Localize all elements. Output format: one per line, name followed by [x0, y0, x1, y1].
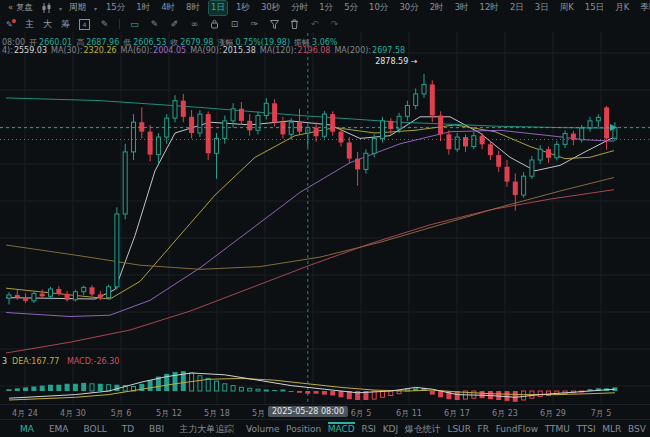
- undo-tool-icon[interactable]: ↶: [309, 19, 320, 30]
- ma-value: 2320.26: [84, 46, 117, 55]
- tab-MA[interactable]: MA: [20, 422, 34, 436]
- axis-date-label: 5月 18: [204, 408, 230, 419]
- ma-value: 2196.08: [297, 46, 330, 55]
- drawing-toolbar: ✎ 主大筹 4 ✎ ▭✎✐∞⊡✑↶↷: [0, 16, 650, 32]
- note-tool-icon[interactable]: ⊡: [229, 19, 240, 30]
- tab-divider: [233, 424, 234, 434]
- period-button-8时[interactable]: 8时: [184, 1, 202, 15]
- chart-type-selector[interactable]: ▾: [42, 3, 62, 13]
- filter-tool-icon[interactable]: [269, 19, 280, 30]
- high-price-annotation: 2878.59 →: [375, 57, 418, 66]
- period-button-1分[interactable]: 1分: [317, 1, 335, 15]
- tab-TD[interactable]: TD: [122, 422, 134, 436]
- toolbar-divider: [119, 19, 120, 29]
- tool-筹[interactable]: 筹: [61, 18, 70, 31]
- ma-label: 4):: [2, 46, 13, 55]
- lock-tool-icon[interactable]: [209, 19, 220, 30]
- axis-date-label: 4月 24: [12, 408, 38, 419]
- period-button-周K[interactable]: 周K: [558, 1, 576, 15]
- axis-date-label: 6月 11: [396, 408, 422, 419]
- tab-TTSI[interactable]: TTSI: [576, 422, 595, 436]
- candlestick-chart: 2878.59 →: [0, 32, 650, 404]
- period-buttons: 15分1时4时8时1日1秒30秒分时1分5分10分30分2时3时12时2日3日周…: [104, 1, 650, 15]
- tool-大[interactable]: 大: [43, 18, 52, 31]
- period-button-30秒[interactable]: 30秒: [259, 1, 282, 15]
- chevron-down-icon: ▾: [59, 5, 62, 12]
- period-button-1秒[interactable]: 1秒: [234, 1, 252, 15]
- ma-value: 2559.03: [14, 46, 47, 55]
- tab-BSV[interactable]: BSV: [628, 422, 646, 436]
- chart-canvas[interactable]: 2878.59 → 08:00开2660.01高2687.96低2606.53收…: [0, 32, 650, 404]
- tab-KDJ[interactable]: KDJ: [383, 422, 399, 436]
- period-button-2日[interactable]: 2日: [508, 1, 526, 15]
- candle-style-icon: [42, 3, 51, 13]
- dif-value: 3: [2, 357, 7, 366]
- redo-tool-icon[interactable]: ↷: [329, 19, 340, 30]
- ma-label: MA(60):: [121, 46, 153, 55]
- period-button-30分[interactable]: 30分: [397, 1, 420, 15]
- period-button-1时[interactable]: 1时: [134, 1, 152, 15]
- indicator-tab-bar: MAEMABOLLTDBBI主力大单追踪› VolumePositionMACD…: [0, 419, 650, 437]
- period-button-4时[interactable]: 4时: [159, 1, 177, 15]
- tab-Position[interactable]: Position: [286, 422, 321, 436]
- chevron-down-icon: ▾: [94, 5, 97, 12]
- macd-readout: 3DEA:167.77 MACD:-26.30: [2, 357, 124, 366]
- axis-date-label: 5月 12: [156, 408, 182, 419]
- tab-BOLL[interactable]: BOLL: [84, 422, 107, 436]
- record-indicator[interactable]: ✎: [6, 19, 16, 29]
- ma-value: 2015.38: [223, 46, 256, 55]
- period-button-5分[interactable]: 5分: [342, 1, 360, 15]
- period-button-3时[interactable]: 3时: [453, 1, 471, 15]
- period-button-分时[interactable]: 分时: [289, 1, 310, 15]
- ma-label: MA(200):: [334, 46, 371, 55]
- tab-EMA[interactable]: EMA: [49, 422, 69, 436]
- indicator-window-icon[interactable]: 4: [79, 19, 90, 30]
- red-dot-icon: [12, 19, 16, 23]
- replay-button[interactable]: « 复盘: [6, 1, 35, 15]
- ma-readout: 4):2559.03MA(30):2320.26MA(60):2004.05MA…: [2, 46, 405, 55]
- edit-icon[interactable]: ✎: [99, 19, 110, 30]
- axis-date-label: 6月 29: [540, 408, 566, 419]
- axis-date-label: 7月 5: [591, 408, 612, 419]
- tab-Volume[interactable]: Volume: [246, 422, 279, 436]
- period-button-3日[interactable]: 3日: [533, 1, 551, 15]
- period-button-15分[interactable]: 15分: [104, 1, 127, 15]
- tab-主力大单追踪[interactable]: 主力大单追踪: [179, 421, 233, 437]
- period-button-10分[interactable]: 10分: [367, 1, 390, 15]
- rect-select-tool-icon[interactable]: ▭: [129, 19, 140, 30]
- axis-date-label: 4月 30: [60, 408, 86, 419]
- period-button-1日[interactable]: 1日: [209, 1, 227, 15]
- tab-FundFlow[interactable]: FundFlow: [496, 422, 538, 436]
- period-button-季K[interactable]: 季K: [638, 1, 650, 15]
- dea-value: DEA:167.77: [12, 357, 59, 366]
- tab-FR[interactable]: FR: [478, 422, 489, 436]
- ma-label: MA(120):: [260, 46, 297, 55]
- tab-RSI[interactable]: RSI: [361, 422, 376, 436]
- period-button-15日[interactable]: 15日: [583, 1, 606, 15]
- tab-MACD[interactable]: MACD: [328, 422, 355, 436]
- axis-date-label: 6月 5: [351, 408, 372, 419]
- macd-value: MACD:-26.30: [67, 357, 119, 366]
- tab-MLR[interactable]: MLR: [602, 422, 621, 436]
- ma-label: MA(30):: [51, 46, 83, 55]
- tab-LSUR[interactable]: LSUR: [447, 422, 471, 436]
- period-toolbar: « 复盘 ▾ 周期 ▾ 15分1时4时8时1日1秒30秒分时1分5分10分30分…: [0, 0, 650, 16]
- tool-主[interactable]: 主: [25, 18, 34, 31]
- trading-chart-app: « 复盘 ▾ 周期 ▾ 15分1时4时8时1日1秒30秒分时1分5分10分30分…: [0, 0, 650, 437]
- tab-TTMU[interactable]: TTMU: [545, 422, 570, 436]
- brush-tool-icon[interactable]: ✑: [249, 19, 260, 30]
- tab-BBI[interactable]: BBI: [149, 422, 164, 436]
- ma-value: 2004.05: [153, 46, 186, 55]
- axis-date-label: 6月 23: [492, 408, 518, 419]
- period-dropdown[interactable]: 周期 ▾: [69, 2, 97, 14]
- period-button-2时[interactable]: 2时: [428, 1, 446, 15]
- trash-tool-icon[interactable]: [289, 19, 300, 30]
- period-button-12时[interactable]: 12时: [478, 1, 501, 15]
- ruler-tool-icon[interactable]: ✐: [169, 19, 180, 30]
- period-button-月K[interactable]: 月K: [613, 1, 631, 15]
- time-axis[interactable]: 7月 56月 296月 236月 176月 116月 55月 245月 185月…: [0, 404, 650, 420]
- link-tool-icon[interactable]: ∞: [189, 19, 200, 30]
- pencil-tool-icon[interactable]: ✎: [149, 19, 160, 30]
- axis-date-label: 5月 6: [111, 408, 132, 419]
- tab-爆仓统计[interactable]: 爆仓统计: [405, 421, 441, 437]
